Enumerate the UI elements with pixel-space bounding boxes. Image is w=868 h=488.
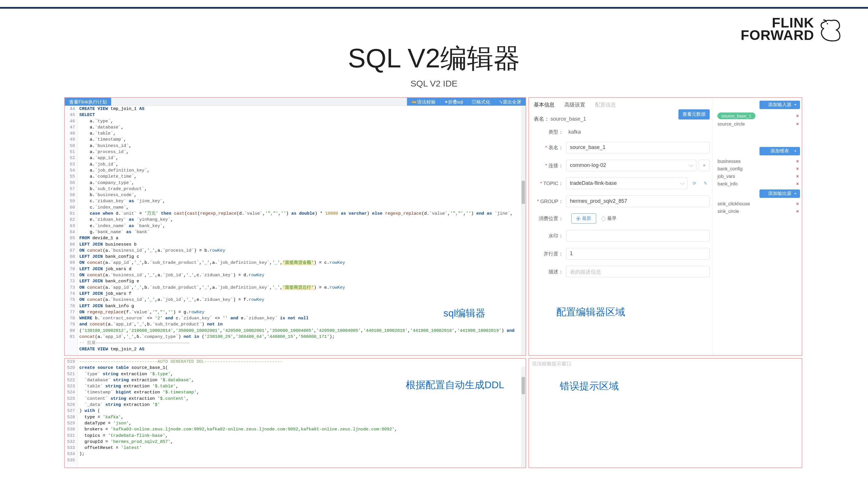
table-head-value: source_base_1 (551, 116, 586, 122)
title-block: SQL V2编辑器 SQL V2 IDE (0, 40, 868, 89)
plus-icon: + (703, 163, 706, 169)
ide-container: 查看Flink执行计划 👐语法校验 ✶折叠sql ▤格式化 ⤡退出全屏 44 4… (64, 97, 804, 470)
conn-select[interactable]: common-log-02 (566, 160, 696, 171)
header-bar (0, 0, 868, 9)
side-item[interactable]: bank_config× (715, 165, 800, 173)
fold-sql-button[interactable]: ✶折叠sql (440, 98, 467, 106)
ddl-code[interactable]: ------------------------------AUTO GENER… (78, 359, 526, 467)
fold-icon: ✶ (444, 99, 448, 104)
sql-toolbar: 查看Flink执行计划 👐语法校验 ✶折叠sql ▤格式化 ⤡退出全屏 (65, 98, 526, 106)
consume-earliest-radio[interactable]: 最早 (601, 214, 621, 223)
brand-line2: FORWARD (741, 29, 814, 41)
view-meta-button[interactable]: 查看元数据 (678, 109, 710, 120)
radio-dot-icon (601, 217, 606, 221)
exit-fullscreen-button[interactable]: ⤡退出全屏 (495, 98, 526, 106)
fullscreen-exit-icon: ⤡ (499, 99, 503, 104)
side-item[interactable]: bank_info× (715, 180, 800, 188)
watermark-label: 水印： (534, 233, 566, 239)
watermark-input[interactable] (566, 230, 710, 241)
side-item[interactable]: businesses× (715, 158, 800, 165)
side-item-label: bank_config (717, 166, 742, 171)
sql-editor-panel: 查看Flink执行计划 👐语法校验 ✶折叠sql ▤格式化 ⤡退出全屏 44 4… (64, 97, 526, 356)
side-item[interactable]: job_vars× (715, 173, 800, 180)
active-source-pill: source_base_1 (717, 112, 755, 119)
add-input-source-button[interactable]: 添加输入源 (760, 101, 800, 109)
remove-icon[interactable]: × (796, 209, 799, 214)
scrollbar-thumb[interactable] (522, 181, 525, 204)
error-hint: 语法校验提示窗口 (532, 360, 799, 367)
remove-icon[interactable]: × (796, 122, 799, 127)
ddl-code-pane[interactable]: 519 520 521 522 523 524 525 526 527 528 … (65, 359, 526, 467)
brand-line1: FLINK (741, 17, 814, 29)
tab-advanced[interactable]: 高级设置 (564, 101, 585, 108)
side-item[interactable]: sink_circle× (715, 208, 800, 215)
svg-point-0 (827, 23, 828, 25)
consume-label: 消费位置： (534, 215, 566, 222)
side-item[interactable]: source_circle× (715, 120, 800, 128)
add-output-source-button[interactable]: 添加输出源 (760, 190, 800, 198)
hands-icon: 👐 (411, 99, 417, 104)
radio-dot-icon (576, 217, 580, 221)
ddl-line-gutter: 519 520 521 522 523 524 525 526 527 528 … (65, 359, 78, 467)
topic-select[interactable]: tradeData-flink-base (566, 177, 688, 189)
refresh-icon: ⟳ (692, 181, 696, 186)
parallel-label: 并行度： (534, 251, 566, 257)
brand-logo: FLINK FORWARD (741, 16, 842, 42)
type-value: kafka (566, 129, 581, 135)
config-editor-panel: 基本信息 高级设置 配置信息 表名： source_base_1 查看元数据 类… (528, 97, 802, 356)
consume-latest-radio[interactable]: 最新 (571, 214, 596, 224)
tab-config[interactable]: 配置信息 (595, 101, 616, 108)
group-label: GROUP： (534, 198, 566, 205)
side-item-label: bank_info (717, 182, 738, 187)
config-side-list: 添加输入源 source_base_1×source_circle× 添加维表 … (713, 98, 802, 355)
sql-code[interactable]: CREATE VIEW tmp_join_1 AS SELECT a.`type… (78, 106, 526, 355)
add-dim-table-button[interactable]: 添加维表 (760, 147, 800, 155)
edit-icon: ✎ (704, 181, 707, 186)
side-item[interactable]: source_base_1× (715, 111, 800, 120)
topic-refresh-button[interactable]: ⟳ (690, 179, 699, 188)
topic-label: TOPIC： (534, 180, 566, 187)
view-plan-button[interactable]: 查看Flink执行计划 (65, 98, 111, 106)
ddl-panel: 519 520 521 522 523 524 525 526 527 528 … (64, 358, 526, 468)
squirrel-icon (816, 16, 842, 42)
syntax-check-button[interactable]: 👐语法校验 (407, 98, 440, 106)
desc-input[interactable]: 表的描述信息 (566, 266, 710, 278)
conn-label: 连接： (534, 162, 566, 169)
side-item-label: businesses (717, 159, 741, 164)
side-item-label: sink_circle (717, 209, 739, 214)
error-panel: 语法校验提示窗口 (528, 358, 802, 468)
side-item-label: source_circle (717, 122, 745, 127)
sql-code-pane[interactable]: 44 45 46 47 48 49 50 51 52 53 54 55 56 5… (65, 106, 526, 355)
parallel-input[interactable]: 1 (566, 248, 710, 259)
side-item[interactable]: sink_clickhouse× (715, 200, 800, 208)
name-label: 表名： (534, 144, 566, 151)
page-subtitle: SQL V2 IDE (0, 79, 868, 89)
group-input[interactable]: hermes_prod_sqlv2_857 (566, 196, 710, 207)
side-item-label: job_vars (717, 174, 735, 179)
name-input[interactable]: source_base_1 (566, 142, 710, 153)
ddl-scrollbar[interactable] (521, 367, 526, 467)
remove-icon[interactable]: × (796, 113, 799, 119)
config-form: 基本信息 高级设置 配置信息 表名： source_base_1 查看元数据 类… (529, 98, 713, 355)
page-title: SQL V2编辑器 (0, 40, 868, 76)
remove-icon[interactable]: × (796, 201, 799, 206)
side-item-label: sink_clickhouse (717, 201, 750, 206)
remove-icon[interactable]: × (796, 159, 799, 164)
remove-icon[interactable]: × (796, 182, 799, 187)
topic-edit-button[interactable]: ✎ (701, 179, 710, 188)
format-button[interactable]: ▤格式化 (467, 98, 495, 106)
tab-basic[interactable]: 基本信息 (534, 101, 555, 108)
remove-icon[interactable]: × (796, 166, 799, 171)
conn-add-button[interactable]: + (699, 160, 710, 171)
remove-icon[interactable]: × (796, 174, 799, 179)
desc-label: 描述： (534, 268, 566, 275)
table-head-label: 表名： (534, 116, 549, 122)
scrollbar-thumb[interactable] (522, 377, 525, 394)
format-icon: ▤ (472, 99, 476, 104)
sql-line-gutter: 44 45 46 47 48 49 50 51 52 53 54 55 56 5… (65, 106, 78, 355)
type-label: 类型： (534, 129, 566, 135)
sql-scrollbar[interactable] (521, 106, 526, 355)
